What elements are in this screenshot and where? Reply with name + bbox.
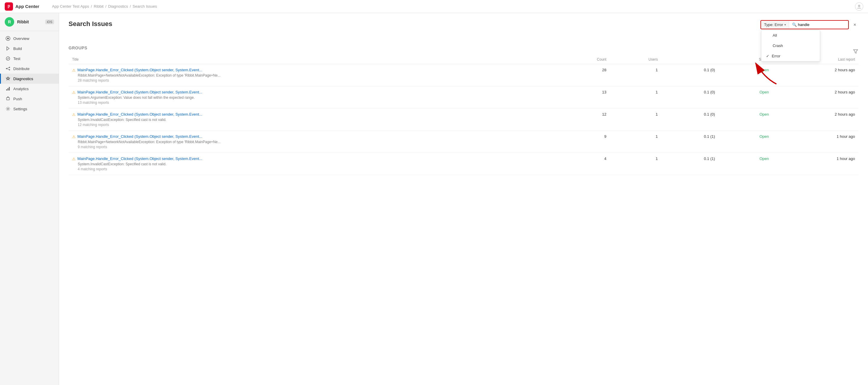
table-row[interactable]: ⚠ MainPage.Handle_Error_Clicked (System.… [68, 86, 859, 109]
sidebar-label-analytics: Analytics [13, 87, 29, 91]
search-input[interactable] [798, 23, 845, 27]
cell-status-3: Open [718, 131, 772, 153]
sidebar-item-settings[interactable]: Settings [0, 104, 59, 114]
app-name: Ribbit [17, 20, 29, 24]
issue-title-text[interactable]: MainPage.Handle_Error_Clicked (System.Ob… [78, 112, 203, 117]
user-avatar[interactable] [855, 2, 863, 11]
issue-subtitle: Ribbit.MainPage+NetworkNotAvailableExcep… [72, 140, 554, 144]
overview-icon [6, 36, 10, 41]
type-label: Type: Error [764, 23, 783, 27]
sidebar-item-analytics[interactable]: Analytics [0, 84, 59, 94]
sidebar-item-test[interactable]: Test [0, 54, 59, 64]
breadcrumb-item-2[interactable]: Ribbit [94, 4, 103, 8]
cell-rate-0: 0.1 (0) [661, 64, 718, 86]
breadcrumb-item-4[interactable]: Search Issues [133, 4, 157, 8]
analytics-icon [6, 86, 10, 91]
settings-icon [6, 107, 10, 111]
issue-title-text[interactable]: MainPage.Handle_Error_Clicked (System.Ob… [78, 156, 203, 161]
filter-icon[interactable] [852, 49, 859, 56]
dropdown-option-error[interactable]: ✓ Error [761, 51, 820, 61]
status-badge: Open [760, 112, 769, 117]
svg-point-15 [7, 108, 9, 110]
issue-subtitle: System.ArgumentException: Value does not… [72, 95, 554, 100]
sidebar-label-settings: Settings [13, 107, 27, 111]
type-dropdown[interactable]: Type: Error ▾ All Crash ✓ [761, 21, 789, 29]
check-icon-error: ✓ [766, 54, 769, 58]
warning-icon: ⚠ [72, 157, 75, 161]
sidebar-label-build: Build [13, 47, 22, 51]
issue-subtitle: System.InvalidCastException: Specified c… [72, 118, 554, 122]
sidebar-item-push[interactable]: Push [0, 94, 59, 104]
matching-reports: 4 matching reports [72, 167, 554, 171]
svg-point-1 [858, 5, 860, 7]
table-row[interactable]: ⚠ MainPage.Handle_Error_Clicked (System.… [68, 153, 859, 175]
test-icon [6, 56, 10, 61]
breadcrumb-item-3[interactable]: Diagnostics [108, 4, 128, 8]
breadcrumb: App Center Test Apps / Ribbit / Diagnost… [52, 4, 855, 8]
col-count: Count [558, 55, 610, 64]
table-row[interactable]: ⚠ MainPage.Handle_Error_Clicked (System.… [68, 131, 859, 153]
sidebar-nav: Overview Build Test Distribute [0, 31, 59, 385]
push-icon [6, 96, 10, 101]
dropdown-label-crash: Crash [773, 43, 783, 48]
sidebar-label-push: Push [13, 97, 22, 101]
sidebar-item-distribute[interactable]: Distribute [0, 64, 59, 73]
sidebar-label-overview: Overview [13, 36, 29, 41]
matching-reports: 9 matching reports [72, 145, 554, 149]
cell-last-report-1: 2 hours ago [773, 86, 859, 109]
sidebar-item-diagnostics[interactable]: Diagnostics [0, 73, 59, 84]
sidebar-item-overview[interactable]: Overview [0, 33, 59, 43]
issue-title-text[interactable]: MainPage.Handle_Error_Clicked (System.Ob… [78, 68, 203, 72]
close-button[interactable]: × [851, 21, 859, 29]
svg-point-3 [7, 37, 9, 39]
matching-reports: 13 matching reports [72, 100, 554, 105]
cell-count-0: 28 [558, 64, 610, 86]
app-initial: R [8, 20, 11, 24]
sidebar-item-build[interactable]: Build [0, 43, 59, 54]
cell-title-1: ⚠ MainPage.Handle_Error_Clicked (System.… [68, 86, 558, 109]
breadcrumb-sep-1: / [91, 4, 92, 8]
table-row[interactable]: ⚠ MainPage.Handle_Error_Clicked (System.… [68, 109, 859, 131]
issue-title-text[interactable]: MainPage.Handle_Error_Clicked (System.Ob… [78, 90, 203, 94]
search-icon: 🔍 [792, 23, 797, 27]
col-title: Title [68, 55, 558, 64]
page-title: Search Issues [68, 20, 859, 28]
cell-title-3: ⚠ MainPage.Handle_Error_Clicked (System.… [68, 131, 558, 153]
cell-status-0: Open [718, 64, 772, 86]
breadcrumb-sep-2: / [105, 4, 106, 8]
build-icon [6, 46, 10, 51]
issue-subtitle: System.InvalidCastException: Specified c… [72, 162, 554, 166]
cell-title-0: ⚠ MainPage.Handle_Error_Clicked (System.… [68, 64, 558, 86]
dropdown-option-crash[interactable]: Crash [761, 40, 820, 51]
warning-icon: ⚠ [72, 112, 75, 117]
brand-name: App Center [16, 4, 39, 9]
brand[interactable]: App Center [5, 2, 52, 11]
sidebar-label-distribute: Distribute [13, 66, 30, 71]
svg-point-6 [6, 68, 7, 69]
issue-subtitle: Ribbit.MainPage+NetworkNotAvailableExcep… [72, 73, 554, 78]
breadcrumb-item-1[interactable]: App Center Test Apps [52, 4, 89, 8]
main-content: Search Issues Type: Error ▾ All Cr [59, 13, 868, 385]
brand-icon [5, 2, 13, 11]
status-badge: Open [760, 68, 769, 72]
type-dropdown-menu: All Crash ✓ Error [761, 30, 820, 61]
app-layout: R Ribbit iOS Overview Build [0, 13, 868, 385]
search-toolbar: Type: Error ▾ All Crash ✓ [761, 20, 859, 29]
cell-count-3: 9 [558, 131, 610, 153]
cell-title-4: ⚠ MainPage.Handle_Error_Clicked (System.… [68, 153, 558, 175]
dropdown-option-all[interactable]: All [761, 30, 820, 40]
cell-users-0: 1 [610, 64, 661, 86]
matching-reports: 12 matching reports [72, 123, 554, 127]
svg-rect-13 [9, 87, 10, 90]
cell-users-1: 1 [610, 86, 661, 109]
status-badge: Open [760, 134, 769, 139]
cell-users-3: 1 [610, 131, 661, 153]
svg-rect-11 [6, 89, 7, 90]
cell-count-4: 4 [558, 153, 610, 175]
dropdown-label-error: Error [772, 54, 780, 58]
cell-rate-2: 0.1 (0) [661, 109, 718, 131]
issue-title-text[interactable]: MainPage.Handle_Error_Clicked (System.Ob… [78, 134, 203, 139]
col-users: Users [610, 55, 661, 64]
table-row[interactable]: ⚠ MainPage.Handle_Error_Clicked (System.… [68, 64, 859, 86]
search-input-wrap: 🔍 [789, 21, 848, 29]
